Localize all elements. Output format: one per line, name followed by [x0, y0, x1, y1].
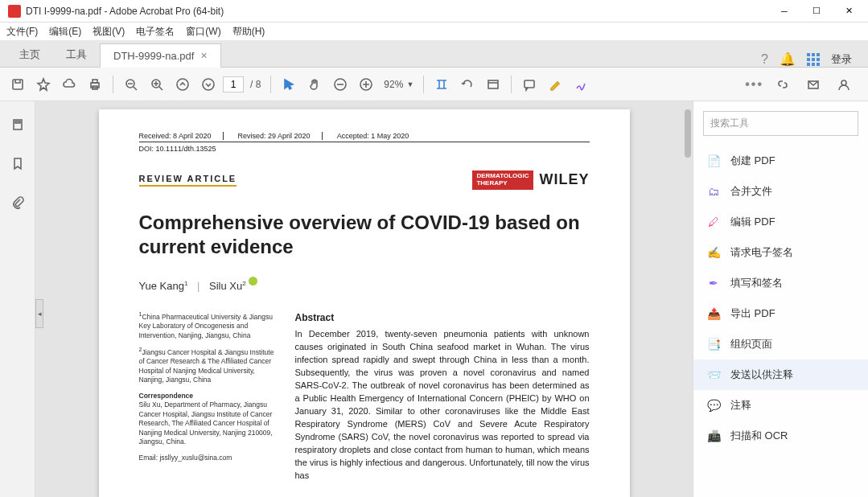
page-down-icon[interactable] [197, 73, 220, 96]
hand-icon[interactable] [303, 73, 326, 96]
send-comment-icon: 📨 [706, 368, 721, 382]
more-icon[interactable]: ••• [745, 77, 763, 92]
comment-icon[interactable] [518, 73, 541, 96]
minimize-button[interactable]: ─ [768, 1, 800, 22]
pointer-icon[interactable] [278, 73, 300, 96]
zoom-minus-icon[interactable] [329, 73, 352, 96]
help-icon[interactable]: ? [761, 52, 768, 67]
sign-icon[interactable] [570, 73, 592, 96]
mail-icon[interactable] [802, 73, 825, 96]
author-2: Silu Xu [209, 280, 242, 292]
tool-comment[interactable]: 💬注释 [693, 390, 868, 421]
tool-edit-pdf[interactable]: 🖊编辑 PDF [693, 207, 868, 237]
search-tools-input[interactable]: 搜索工具 [703, 111, 858, 136]
menu-edit[interactable]: 编辑(E) [49, 25, 81, 39]
tab-home[interactable]: 主页 [6, 43, 53, 67]
page-number-input[interactable] [223, 76, 244, 92]
save-icon[interactable] [6, 73, 29, 96]
fit-width-icon[interactable] [430, 73, 453, 96]
apps-icon[interactable] [807, 53, 820, 66]
tab-tools[interactable]: 工具 [53, 43, 100, 67]
request-sign-icon: ✍ [706, 245, 721, 260]
authors: Yue Kang1 | Silu Xu2 [139, 277, 590, 292]
author-1: Yue Kang [139, 280, 184, 292]
comment-tool-icon: 💬 [706, 398, 721, 413]
menu-view[interactable]: 视图(V) [93, 25, 125, 39]
highlight-icon[interactable] [544, 73, 566, 96]
bookmark-icon[interactable] [10, 156, 25, 174]
fill-sign-icon: ✒ [706, 276, 721, 290]
window-controls: ─ ☐ ✕ [768, 1, 865, 22]
tab-document-label: DTH-9999-na.pdf [113, 50, 194, 62]
cloud-icon[interactable] [58, 73, 80, 96]
content-area: ◂ Received: 8 April 2020 Revised: 29 Apr… [0, 101, 868, 497]
accepted-date: Accepted: 1 May 2020 [337, 132, 421, 140]
tool-fill-sign[interactable]: ✒填写和签名 [693, 268, 868, 298]
tool-send-comment[interactable]: 📨发送以供注释 [693, 359, 868, 390]
pdf-page: Received: 8 April 2020 Revised: 29 April… [99, 109, 630, 497]
tools-panel: 搜索工具 📄创建 PDF 🗂合并文件 🖊编辑 PDF ✍请求电子签名 ✒填写和签… [693, 101, 868, 497]
profile-icon[interactable] [833, 73, 855, 96]
print-icon[interactable] [84, 73, 106, 96]
rotate-icon[interactable] [456, 73, 479, 96]
revised-date: Revised: 29 April 2020 [238, 132, 323, 140]
maximize-button[interactable]: ☐ [800, 1, 833, 22]
combine-icon: 🗂 [706, 184, 721, 199]
zoom-out-icon[interactable] [120, 73, 142, 96]
journal-badge: DERMATOLOGICTHERAPY [472, 170, 533, 190]
zoom-plus-icon[interactable] [355, 73, 377, 96]
tool-request-sign[interactable]: ✍请求电子签名 [693, 237, 868, 268]
login-link[interactable]: 登录 [831, 52, 852, 67]
menu-file[interactable]: 文件(F) [6, 25, 38, 39]
toolbar: / 8 92%▼ ••• [0, 68, 868, 101]
menu-esign[interactable]: 电子签名 [136, 25, 175, 39]
separator [511, 76, 512, 93]
article-body: 1China Pharmaceutical University & Jiang… [139, 311, 590, 483]
read-mode-icon[interactable] [482, 73, 504, 96]
svg-point-13 [841, 80, 846, 85]
toolbar-right: ••• [745, 73, 862, 96]
bell-icon[interactable]: 🔔 [780, 51, 796, 67]
svg-rect-2 [93, 80, 97, 83]
abstract-heading: Abstract [295, 311, 590, 325]
svg-rect-11 [525, 80, 534, 88]
thumbnails-icon[interactable] [10, 117, 25, 135]
menu-window[interactable]: 窗口(W) [186, 25, 220, 39]
titlebar: DTI I-9999-na.pdf - Adobe Acrobat Pro (6… [0, 0, 868, 23]
link-icon[interactable] [771, 73, 794, 96]
zoom-value[interactable]: 92%▼ [381, 79, 417, 90]
article-title: Comprehensive overview of COVID-19 based… [139, 211, 590, 259]
abstract-text: In December 2019, twenty-seven pneumonia… [295, 328, 590, 482]
page-up-icon[interactable] [171, 73, 194, 96]
article-type: REVIEW ARTICLE [139, 174, 237, 187]
separator [270, 76, 271, 93]
tool-export-pdf[interactable]: 📤导出 PDF [693, 298, 868, 329]
affiliations: 1China Pharmaceutical University & Jiang… [139, 311, 276, 483]
tab-close-icon[interactable]: × [200, 49, 207, 62]
close-button[interactable]: ✕ [833, 1, 865, 22]
svg-point-6 [177, 79, 188, 90]
page-total: / 8 [247, 79, 264, 90]
tab-document[interactable]: DTH-9999-na.pdf × [100, 43, 221, 68]
doi: DOI: 10.1111/dth.13525 [139, 145, 590, 153]
attachment-icon[interactable] [10, 195, 25, 212]
tool-organize[interactable]: 📑组织页面 [693, 329, 868, 359]
tool-scan-ocr[interactable]: 📠扫描和 OCR [693, 421, 868, 451]
left-collapse-handle[interactable]: ◂ [35, 299, 43, 328]
tool-combine[interactable]: 🗂合并文件 [693, 176, 868, 207]
menubar: 文件(F) 编辑(E) 视图(V) 电子签名 窗口(W) 帮助(H) [0, 23, 868, 40]
tool-create-pdf[interactable]: 📄创建 PDF [693, 146, 868, 176]
edit-pdf-icon: 🖊 [706, 215, 721, 229]
tabbar: 主页 工具 DTH-9999-na.pdf × ? 🔔 登录 [0, 40, 868, 68]
zoom-in-icon[interactable] [146, 73, 168, 96]
organize-icon: 📑 [706, 337, 721, 351]
app-icon [8, 5, 21, 18]
menu-help[interactable]: 帮助(H) [232, 25, 265, 39]
svg-point-7 [203, 79, 214, 90]
received-date: Received: 8 April 2020 [139, 132, 224, 140]
scrollbar-thumb[interactable] [685, 109, 691, 158]
star-icon[interactable] [32, 73, 55, 96]
document-viewport[interactable]: ◂ Received: 8 April 2020 Revised: 29 Apr… [35, 101, 693, 497]
orcid-icon [249, 277, 257, 285]
svg-rect-15 [15, 121, 20, 123]
